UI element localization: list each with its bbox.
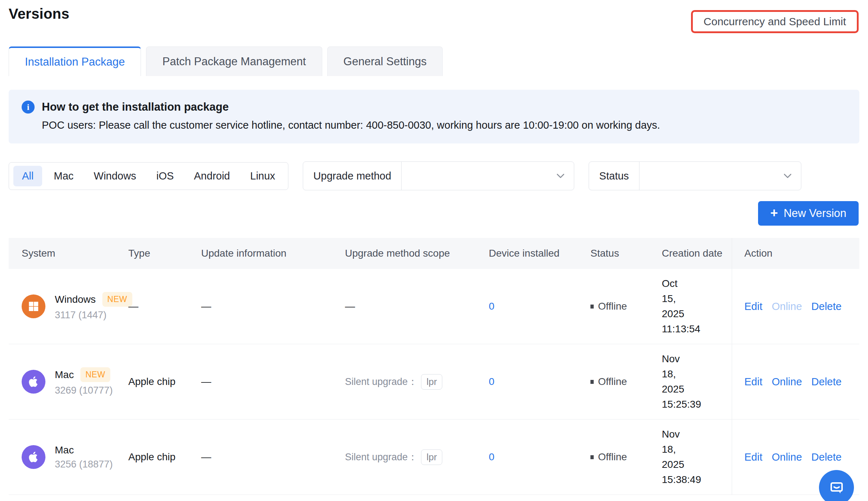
col-upgrade-method-scope: Upgrade method scope — [345, 248, 489, 259]
plus-icon: + — [770, 207, 778, 220]
system-cell: Mac 3256 (18877) — [22, 444, 128, 470]
creation-date-cell: Nov 18, 2025 15:38:49 — [662, 427, 732, 487]
status-cell: Offline — [590, 451, 662, 463]
upgrade-method-select[interactable]: Upgrade method — [303, 161, 574, 190]
col-creation-date: Creation date — [662, 248, 732, 259]
action-cell: Edit Online Delete — [732, 269, 859, 344]
upgrade-method-scope-cell: Silent upgrade： lpr — [345, 449, 489, 465]
upgrade-method-scope-cell: — — [345, 301, 489, 312]
delete-link[interactable]: Delete — [811, 376, 842, 388]
version-number: 3117 (1447) — [55, 310, 132, 321]
chat-support-button[interactable] — [819, 470, 854, 501]
system-name: Mac — [55, 369, 74, 381]
platform-filter-linux[interactable]: Linux — [242, 166, 284, 186]
platform-filter-all[interactable]: All — [13, 166, 42, 186]
new-version-button[interactable]: + New Version — [758, 201, 859, 226]
tab-label: Installation Package — [25, 56, 125, 68]
scope-tag: lpr — [421, 449, 442, 465]
edit-link[interactable]: Edit — [744, 301, 762, 312]
concurrency-speed-limit-button[interactable]: Concurrency and Speed Limit — [691, 10, 859, 33]
delete-link[interactable]: Delete — [811, 451, 842, 463]
version-number: 3256 (18877) — [55, 459, 113, 470]
tab-bar: Installation Package Patch Package Manag… — [9, 46, 868, 76]
device-count-link[interactable]: 0 — [489, 376, 495, 387]
edit-link[interactable]: Edit — [744, 451, 762, 463]
scope-label: Silent upgrade： — [345, 451, 417, 464]
status-filter-value — [639, 162, 801, 190]
col-system: System — [22, 248, 128, 259]
status-cell: Offline — [590, 376, 662, 387]
col-update-information: Update information — [201, 248, 345, 259]
status-cell: Offline — [590, 301, 662, 312]
tab-label: General Settings — [344, 55, 427, 68]
status-label: Offline — [598, 376, 627, 387]
apple-logo-icon — [22, 445, 45, 469]
device-installed-cell: 0 — [489, 451, 590, 463]
filter-row: All Mac Windows iOS Android Linux Upgrad… — [9, 161, 859, 190]
toolbar: + New Version — [9, 201, 859, 226]
update-information-cell: — — [201, 451, 345, 463]
device-count-link[interactable]: 0 — [489, 301, 495, 312]
versions-page: Versions Concurrency and Speed Limit Ins… — [0, 6, 868, 501]
device-installed-cell: 0 — [489, 376, 590, 387]
status-label: Offline — [598, 301, 627, 312]
table-row: Mac 3256 (18877) Apple chip — Silent upg… — [9, 420, 859, 495]
system-name: Mac — [55, 444, 74, 456]
system-cell: Windows NEW 3117 (1447) — [22, 292, 128, 321]
upgrade-method-value — [402, 162, 574, 190]
creation-date-cell: Nov 18, 2025 15:25:39 — [662, 351, 732, 412]
upgrade-method-label: Upgrade method — [303, 162, 402, 190]
banner-body: POC users: Please call the customer serv… — [42, 119, 846, 131]
tab-patch-package-management[interactable]: Patch Package Management — [146, 46, 322, 76]
update-information-cell: — — [201, 301, 345, 312]
tab-installation-package[interactable]: Installation Package — [9, 46, 141, 76]
type-cell: Apple chip — [128, 451, 201, 463]
col-action: Action — [732, 238, 859, 269]
new-version-label: New Version — [784, 207, 846, 220]
install-package-info-banner: i How to get the installation package PO… — [9, 90, 859, 143]
scope-tag: lpr — [421, 374, 442, 390]
update-information-cell: — — [201, 376, 345, 387]
chat-bubble-icon — [827, 478, 846, 497]
action-cell: Edit Online Delete — [732, 344, 859, 419]
col-device-installed: Device installed — [489, 248, 590, 259]
concurrency-speed-limit-label: Concurrency and Speed Limit — [704, 15, 846, 28]
offline-status-square — [590, 305, 594, 309]
tab-general-settings[interactable]: General Settings — [327, 46, 443, 76]
delete-link[interactable]: Delete — [811, 301, 842, 312]
device-count-link[interactable]: 0 — [489, 451, 495, 462]
system-name: Windows — [55, 294, 96, 305]
version-number: 3269 (10777) — [55, 385, 113, 396]
platform-filter-ios[interactable]: iOS — [148, 166, 182, 186]
online-link[interactable]: Online — [772, 451, 802, 463]
new-badge: NEW — [102, 292, 132, 307]
scope-label: Silent upgrade： — [345, 375, 417, 388]
chevron-down-icon — [557, 174, 564, 178]
offline-status-square — [590, 455, 594, 459]
windows-logo-icon — [22, 294, 45, 318]
status-filter-label: Status — [589, 162, 639, 190]
table-header-row: System Type Update information Upgrade m… — [9, 238, 859, 269]
device-installed-cell: 0 — [489, 301, 590, 312]
online-link[interactable]: Online — [772, 301, 802, 312]
status-select[interactable]: Status — [589, 161, 801, 190]
creation-date-cell: Oct 15, 2025 11:13:54 — [662, 276, 732, 337]
platform-filter-android[interactable]: Android — [185, 166, 239, 186]
platform-segmented-control: All Mac Windows iOS Android Linux — [9, 162, 288, 190]
table-row: Windows NEW 3117 (1447) — — — 0 Offline … — [9, 269, 859, 344]
edit-link[interactable]: Edit — [744, 376, 762, 388]
platform-filter-mac[interactable]: Mac — [45, 166, 82, 186]
type-cell: Apple chip — [128, 376, 201, 387]
banner-title: How to get the installation package — [42, 101, 229, 114]
table-row: Mac NEW 3269 (10777) Apple chip — Silent… — [9, 344, 859, 420]
info-icon: i — [22, 101, 35, 114]
col-status: Status — [590, 248, 662, 259]
platform-filter-windows[interactable]: Windows — [85, 166, 145, 186]
upgrade-method-scope-cell: Silent upgrade： lpr — [345, 374, 489, 390]
type-cell: — — [128, 301, 201, 312]
chevron-down-icon — [784, 174, 792, 178]
tab-label: Patch Package Management — [162, 55, 306, 68]
online-link[interactable]: Online — [772, 376, 802, 388]
status-label: Offline — [598, 451, 627, 463]
system-cell: Mac NEW 3269 (10777) — [22, 367, 128, 396]
